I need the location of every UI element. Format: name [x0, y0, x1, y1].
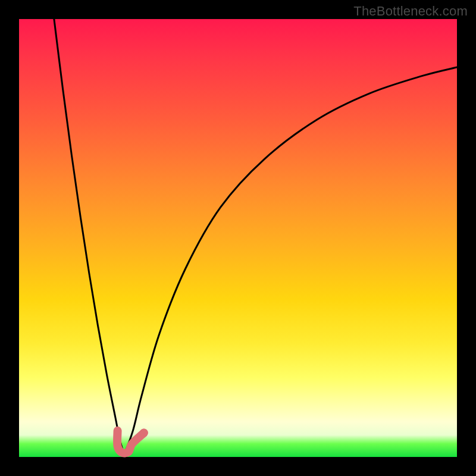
left-branch-path	[54, 19, 124, 455]
watermark-text: TheBottleneck.com	[353, 4, 468, 19]
vertex-marker-dot	[140, 429, 148, 437]
right-branch-path	[124, 67, 457, 455]
curve-layer	[19, 19, 457, 457]
outer-frame: TheBottleneck.com	[0, 0, 476, 476]
